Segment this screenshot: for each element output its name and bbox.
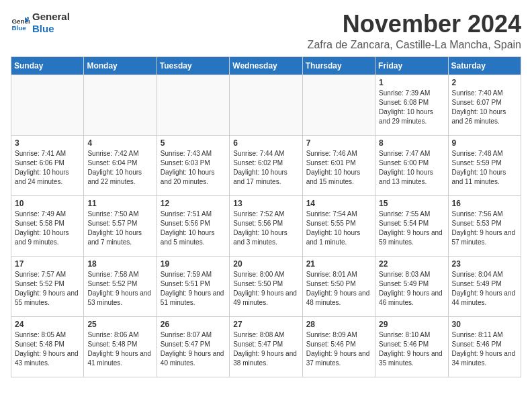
header-tuesday: Tuesday bbox=[157, 56, 229, 75]
day-info: Sunrise: 7:48 AM Sunset: 5:59 PM Dayligh… bbox=[452, 149, 517, 187]
day-info: Sunrise: 7:41 AM Sunset: 6:06 PM Dayligh… bbox=[15, 149, 80, 187]
day-cell: 24Sunrise: 8:05 AM Sunset: 5:48 PM Dayli… bbox=[11, 316, 84, 377]
day-info: Sunrise: 7:50 AM Sunset: 5:57 PM Dayligh… bbox=[87, 210, 152, 247]
day-cell: 26Sunrise: 8:07 AM Sunset: 5:47 PM Dayli… bbox=[157, 316, 229, 377]
week-row-2: 3Sunrise: 7:41 AM Sunset: 6:06 PM Daylig… bbox=[11, 135, 521, 195]
day-number: 16 bbox=[452, 199, 517, 208]
day-number: 19 bbox=[161, 259, 226, 269]
day-number: 29 bbox=[379, 320, 444, 329]
day-cell: 25Sunrise: 8:06 AM Sunset: 5:48 PM Dayli… bbox=[84, 316, 157, 377]
day-cell: 21Sunrise: 8:01 AM Sunset: 5:50 PM Dayli… bbox=[302, 256, 375, 316]
day-cell: 2Sunrise: 7:40 AM Sunset: 6:07 PM Daylig… bbox=[448, 75, 521, 135]
day-info: Sunrise: 7:46 AM Sunset: 6:01 PM Dayligh… bbox=[306, 149, 371, 187]
day-info: Sunrise: 8:07 AM Sunset: 5:47 PM Dayligh… bbox=[161, 330, 226, 368]
day-info: Sunrise: 7:43 AM Sunset: 6:03 PM Dayligh… bbox=[161, 149, 226, 187]
day-cell: 20Sunrise: 8:00 AM Sunset: 5:50 PM Dayli… bbox=[230, 256, 302, 316]
logo: General Blue General Blue bbox=[11, 11, 70, 35]
day-cell: 12Sunrise: 7:51 AM Sunset: 5:56 PM Dayli… bbox=[157, 195, 229, 256]
day-cell: 22Sunrise: 8:03 AM Sunset: 5:49 PM Dayli… bbox=[375, 256, 448, 316]
day-cell bbox=[230, 75, 302, 135]
day-cell: 29Sunrise: 8:10 AM Sunset: 5:46 PM Dayli… bbox=[375, 316, 448, 377]
day-number: 22 bbox=[379, 259, 444, 269]
day-cell: 9Sunrise: 7:48 AM Sunset: 5:59 PM Daylig… bbox=[448, 135, 521, 195]
day-cell: 4Sunrise: 7:42 AM Sunset: 6:04 PM Daylig… bbox=[84, 135, 157, 195]
day-cell: 14Sunrise: 7:54 AM Sunset: 5:55 PM Dayli… bbox=[302, 195, 375, 256]
day-number: 17 bbox=[15, 259, 80, 269]
day-info: Sunrise: 8:01 AM Sunset: 5:50 PM Dayligh… bbox=[306, 270, 371, 308]
day-info: Sunrise: 7:52 AM Sunset: 5:56 PM Dayligh… bbox=[233, 210, 298, 247]
day-number: 23 bbox=[452, 259, 517, 269]
day-cell: 30Sunrise: 8:11 AM Sunset: 5:46 PM Dayli… bbox=[448, 316, 521, 377]
day-number: 12 bbox=[161, 199, 226, 208]
day-cell: 28Sunrise: 8:09 AM Sunset: 5:46 PM Dayli… bbox=[302, 316, 375, 377]
header-wednesday: Wednesday bbox=[230, 56, 302, 75]
day-number: 9 bbox=[452, 138, 517, 148]
day-number: 11 bbox=[87, 199, 152, 208]
day-cell: 23Sunrise: 8:04 AM Sunset: 5:49 PM Dayli… bbox=[448, 256, 521, 316]
day-info: Sunrise: 8:03 AM Sunset: 5:49 PM Dayligh… bbox=[379, 270, 444, 308]
day-cell: 7Sunrise: 7:46 AM Sunset: 6:01 PM Daylig… bbox=[302, 135, 375, 195]
day-cell: 18Sunrise: 7:58 AM Sunset: 5:52 PM Dayli… bbox=[84, 256, 157, 316]
day-info: Sunrise: 7:59 AM Sunset: 5:51 PM Dayligh… bbox=[161, 270, 226, 308]
day-number: 20 bbox=[233, 259, 298, 269]
day-info: Sunrise: 8:09 AM Sunset: 5:46 PM Dayligh… bbox=[306, 330, 371, 368]
day-cell bbox=[84, 75, 157, 135]
day-cell: 8Sunrise: 7:47 AM Sunset: 6:00 PM Daylig… bbox=[375, 135, 448, 195]
day-info: Sunrise: 7:57 AM Sunset: 5:52 PM Dayligh… bbox=[15, 270, 80, 308]
day-info: Sunrise: 7:58 AM Sunset: 5:52 PM Dayligh… bbox=[87, 270, 152, 308]
logo-general: General bbox=[32, 11, 70, 23]
day-number: 5 bbox=[161, 138, 226, 148]
day-info: Sunrise: 8:06 AM Sunset: 5:48 PM Dayligh… bbox=[87, 330, 152, 368]
day-info: Sunrise: 8:00 AM Sunset: 5:50 PM Dayligh… bbox=[233, 270, 298, 308]
day-cell: 27Sunrise: 8:08 AM Sunset: 5:47 PM Dayli… bbox=[230, 316, 302, 377]
day-info: Sunrise: 7:42 AM Sunset: 6:04 PM Dayligh… bbox=[87, 149, 152, 187]
week-row-5: 24Sunrise: 8:05 AM Sunset: 5:48 PM Dayli… bbox=[11, 316, 521, 377]
day-number: 6 bbox=[233, 138, 298, 148]
day-cell: 19Sunrise: 7:59 AM Sunset: 5:51 PM Dayli… bbox=[157, 256, 229, 316]
day-info: Sunrise: 7:51 AM Sunset: 5:56 PM Dayligh… bbox=[161, 210, 226, 247]
day-cell: 11Sunrise: 7:50 AM Sunset: 5:57 PM Dayli… bbox=[84, 195, 157, 256]
day-info: Sunrise: 7:39 AM Sunset: 6:08 PM Dayligh… bbox=[379, 89, 444, 126]
header-thursday: Thursday bbox=[302, 56, 375, 75]
day-cell: 13Sunrise: 7:52 AM Sunset: 5:56 PM Dayli… bbox=[230, 195, 302, 256]
day-number: 21 bbox=[306, 259, 371, 269]
day-number: 7 bbox=[306, 138, 371, 148]
day-number: 10 bbox=[15, 199, 80, 208]
day-cell: 15Sunrise: 7:55 AM Sunset: 5:54 PM Dayli… bbox=[375, 195, 448, 256]
day-cell: 6Sunrise: 7:44 AM Sunset: 6:02 PM Daylig… bbox=[230, 135, 302, 195]
day-info: Sunrise: 8:04 AM Sunset: 5:49 PM Dayligh… bbox=[452, 270, 517, 308]
day-number: 4 bbox=[87, 138, 152, 148]
header-sunday: Sunday bbox=[11, 56, 84, 75]
day-number: 25 bbox=[87, 320, 152, 329]
day-number: 8 bbox=[379, 138, 444, 148]
day-info: Sunrise: 7:54 AM Sunset: 5:55 PM Dayligh… bbox=[306, 210, 371, 247]
logo-blue: Blue bbox=[32, 23, 70, 35]
day-number: 24 bbox=[15, 320, 80, 329]
day-number: 14 bbox=[306, 199, 371, 208]
day-number: 27 bbox=[233, 320, 298, 329]
day-number: 30 bbox=[452, 320, 517, 329]
day-cell: 1Sunrise: 7:39 AM Sunset: 6:08 PM Daylig… bbox=[375, 75, 448, 135]
day-info: Sunrise: 7:47 AM Sunset: 6:00 PM Dayligh… bbox=[379, 149, 444, 187]
calendar-table: SundayMondayTuesdayWednesdayThursdayFrid… bbox=[11, 56, 521, 377]
day-cell bbox=[302, 75, 375, 135]
day-cell: 17Sunrise: 7:57 AM Sunset: 5:52 PM Dayli… bbox=[11, 256, 84, 316]
header-saturday: Saturday bbox=[448, 56, 521, 75]
day-info: Sunrise: 7:56 AM Sunset: 5:53 PM Dayligh… bbox=[452, 210, 517, 247]
day-info: Sunrise: 8:05 AM Sunset: 5:48 PM Dayligh… bbox=[15, 330, 80, 368]
header-friday: Friday bbox=[375, 56, 448, 75]
week-row-1: 1Sunrise: 7:39 AM Sunset: 6:08 PM Daylig… bbox=[11, 75, 521, 135]
svg-text:Blue: Blue bbox=[11, 24, 26, 32]
week-row-3: 10Sunrise: 7:49 AM Sunset: 5:58 PM Dayli… bbox=[11, 195, 521, 256]
calendar-header-row: SundayMondayTuesdayWednesdayThursdayFrid… bbox=[11, 56, 521, 75]
day-number: 28 bbox=[306, 320, 371, 329]
day-number: 18 bbox=[87, 259, 152, 269]
day-number: 15 bbox=[379, 199, 444, 208]
day-number: 1 bbox=[379, 78, 444, 87]
title-area: November 2024 Zafra de Zancara, Castille… bbox=[308, 11, 521, 51]
day-cell bbox=[11, 75, 84, 135]
day-cell: 3Sunrise: 7:41 AM Sunset: 6:06 PM Daylig… bbox=[11, 135, 84, 195]
day-cell: 16Sunrise: 7:56 AM Sunset: 5:53 PM Dayli… bbox=[448, 195, 521, 256]
day-number: 3 bbox=[15, 138, 80, 148]
day-info: Sunrise: 7:55 AM Sunset: 5:54 PM Dayligh… bbox=[379, 210, 444, 247]
